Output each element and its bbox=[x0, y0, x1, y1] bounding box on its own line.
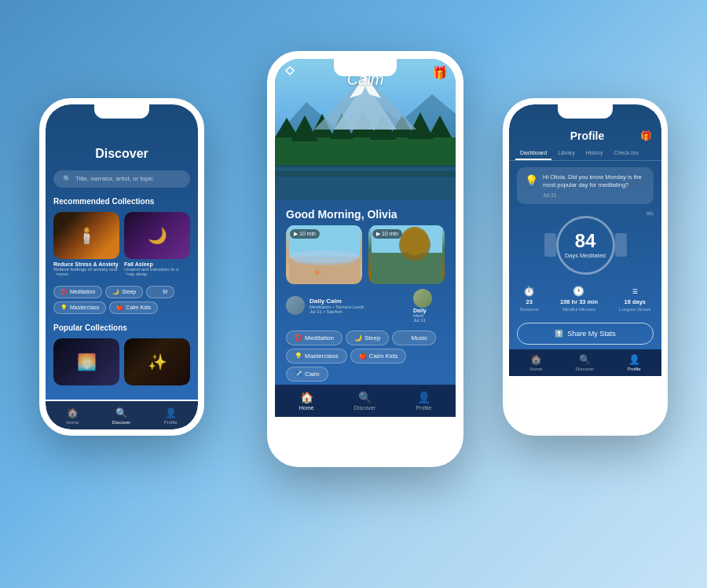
sessions-value: 23 bbox=[526, 298, 533, 305]
tab-library[interactable]: Library bbox=[553, 147, 579, 160]
home-icon-right: 🏠 bbox=[530, 354, 542, 365]
left-nav-profile-label: Profile bbox=[164, 420, 178, 425]
music-icon: 🎵 bbox=[153, 289, 160, 295]
right-nav-home-label: Home bbox=[529, 367, 542, 371]
recommended-collections-row: 🕯️ Reduce Stress & Anxiety Relieve feeli… bbox=[53, 212, 190, 276]
track-info-1: Daily Calm Meditation • Tamara Levitt Ju… bbox=[275, 284, 456, 327]
profile-icon-left: 👤 bbox=[165, 407, 177, 418]
home-cat-calm[interactable]: ✈️ Calm bbox=[286, 367, 328, 382]
home-cat-calm-kids[interactable]: 🍎 Calm Kids bbox=[350, 349, 406, 363]
center-nav-discover-label: Discover bbox=[354, 405, 375, 411]
share-button-label: Share My Stats bbox=[567, 330, 616, 338]
tip-text: Hi Olivia. Did you know Monday is the mo… bbox=[543, 173, 646, 190]
share-icon: ⬆️ bbox=[555, 330, 563, 338]
tab-checkins[interactable]: Check-Ins bbox=[609, 147, 643, 160]
stats-row: ⏱️ 23 Sessions 🕐 108 hr 33 min Mindful M… bbox=[509, 286, 661, 312]
track-info-2-right: Daily Medi Jul 31 bbox=[413, 289, 445, 323]
menu-icon-svg bbox=[283, 65, 297, 79]
days-meditated-badge: 84 Days Meditated bbox=[556, 216, 615, 275]
nature-card[interactable]: ▶ 10 min bbox=[368, 225, 445, 284]
search-bar[interactable]: 🔍 Title, narrator, artist, or topic bbox=[53, 170, 190, 188]
badge-wrapper: 84 Days Meditated bbox=[556, 216, 615, 275]
right-nav-discover-label: Discover bbox=[576, 367, 594, 371]
center-nav-home-label: Home bbox=[299, 405, 314, 411]
mindful-minutes-label: Mindful Minutes bbox=[562, 307, 595, 312]
sessions-label: Sessions bbox=[520, 307, 539, 312]
collection-sublabel-stress: Relieve feelings of anxiety and tension bbox=[53, 267, 119, 276]
left-nav-profile[interactable]: 👤 Profile bbox=[164, 407, 178, 425]
gift-icon-center[interactable]: 🎁 bbox=[432, 65, 448, 80]
home-cat-masterclass[interactable]: 💡 Masterclass bbox=[286, 349, 347, 363]
discover-icon-center: 🔍 bbox=[358, 391, 372, 404]
left-nav-discover[interactable]: 🔍 Discover bbox=[112, 407, 130, 425]
search-placeholder: Title, narrator, artist, or topic bbox=[75, 175, 153, 182]
gift-icon-right[interactable]: 🎁 bbox=[640, 130, 652, 141]
svg-rect-16 bbox=[275, 167, 456, 171]
home-menu-icon[interactable] bbox=[283, 65, 297, 82]
collection-card-sleep[interactable]: 🌙 Fall Asleep Unwind and transition to a… bbox=[124, 212, 190, 276]
left-phone: Discover 🔍 Title, narrator, artist, or t… bbox=[39, 98, 204, 436]
tab-history[interactable]: History bbox=[581, 147, 608, 160]
track-details-1: Daily Calm Meditation • Tamara Levitt Ju… bbox=[310, 298, 408, 314]
home-cat-meditation[interactable]: ⭕ Meditation bbox=[286, 331, 343, 345]
popular-card-2[interactable]: ✨ bbox=[124, 338, 190, 385]
stat-mindful-minutes: 🕐 108 hr 33 min Mindful Minutes bbox=[560, 286, 598, 312]
tip-card: 💡 Hi Olivia. Did you know Monday is the … bbox=[517, 167, 654, 204]
cat-btn-music[interactable]: 🎵 M bbox=[146, 286, 174, 298]
track-avatar-2 bbox=[413, 289, 432, 308]
beach-card[interactable]: ✦ ▶ 10 min bbox=[286, 225, 362, 284]
right-nav-home[interactable]: 🏠 Home bbox=[529, 354, 542, 371]
nature-duration: ▶ 10 min bbox=[372, 229, 402, 239]
left-nav-home[interactable]: 🏠 Home bbox=[66, 407, 79, 425]
center-nav-profile-label: Profile bbox=[416, 405, 431, 411]
center-nav-profile[interactable]: 👤 Profile bbox=[416, 391, 431, 411]
greeting-text: Good Morning, Olivia bbox=[275, 200, 456, 225]
badge-ribbon-right bbox=[615, 233, 627, 257]
home-category-buttons: ⭕ Meditation 🌙 Sleep 🎵 Music 💡 Mastercla… bbox=[275, 327, 456, 385]
tab-dashboard[interactable]: Dashboard bbox=[515, 147, 551, 160]
meditation-icon: ⭕ bbox=[60, 289, 68, 295]
share-my-stats-button[interactable]: ⬆️ Share My Stats bbox=[517, 323, 654, 345]
center-nav-home[interactable]: 🏠 Home bbox=[299, 391, 314, 411]
popular-img-2: ✨ bbox=[124, 338, 190, 385]
track-date-2: Jul 31 bbox=[413, 318, 445, 323]
track-avatar-1 bbox=[286, 296, 305, 315]
stats-label: ats bbox=[647, 210, 654, 216]
longest-streak-icon: ≡ bbox=[632, 286, 638, 297]
discover-screen: Discover 🔍 Title, narrator, artist, or t… bbox=[46, 104, 198, 429]
center-bottom-nav: 🏠 Home 🔍 Discover 👤 Profile bbox=[275, 385, 456, 417]
center-nav-discover[interactable]: 🔍 Discover bbox=[354, 391, 375, 411]
mindful-minutes-value: 108 hr 33 min bbox=[560, 298, 598, 305]
discover-title: Discover bbox=[53, 147, 190, 161]
stat-longest-streak: ≡ 16 days Longest Streak bbox=[619, 286, 650, 312]
home-cat-music[interactable]: 🎵 Music bbox=[392, 331, 436, 345]
popular-img-1: 🌅 bbox=[53, 338, 119, 385]
right-nav-discover[interactable]: 🔍 Discover bbox=[576, 354, 594, 371]
svg-text:✦: ✦ bbox=[313, 266, 322, 279]
track-date-1: Jul 31 • Starfish bbox=[310, 309, 408, 314]
home-screen: Calm 🎁 Good Morning, Olivia bbox=[275, 59, 456, 459]
right-nav-profile-label: Profile bbox=[628, 367, 641, 371]
collection-card-stress[interactable]: 🕯️ Reduce Stress & Anxiety Relieve feeli… bbox=[53, 212, 119, 276]
cat-btn-sleep[interactable]: 🌙 Sleep bbox=[105, 286, 143, 298]
phone-notch-right bbox=[558, 104, 613, 119]
cat-btn-meditation[interactable]: ⭕ Meditation bbox=[53, 286, 102, 298]
profile-tabs: Dashboard Library History Check-Ins bbox=[509, 147, 661, 161]
home-cat-sleep[interactable]: 🌙 Sleep bbox=[346, 331, 389, 345]
cat-btn-masterclass[interactable]: 💡 Masterclass bbox=[53, 301, 106, 314]
days-meditated-label: Days Meditated bbox=[565, 252, 606, 259]
cat-btn-calm-kids[interactable]: 🍎 Calm Kids bbox=[109, 301, 158, 314]
home-hero: Calm 🎁 bbox=[275, 59, 456, 200]
svg-point-26 bbox=[401, 227, 429, 255]
tip-date: Jul 31 bbox=[543, 192, 646, 198]
content-cards: ✦ ▶ 10 min bbox=[275, 225, 456, 284]
stat-sessions: ⏱️ 23 Sessions bbox=[520, 286, 539, 312]
center-phone: Calm 🎁 Good Morning, Olivia bbox=[267, 51, 463, 467]
discover-icon-left: 🔍 bbox=[115, 407, 127, 418]
right-nav-profile[interactable]: 👤 Profile bbox=[628, 354, 641, 371]
longest-streak-label: Longest Streak bbox=[619, 307, 650, 312]
home-calm-icon: ✈️ bbox=[295, 371, 302, 378]
badge-ribbon-left bbox=[544, 233, 556, 257]
tip-content: Hi Olivia. Did you know Monday is the mo… bbox=[543, 173, 646, 198]
popular-card-1[interactable]: 🌅 bbox=[53, 338, 119, 385]
